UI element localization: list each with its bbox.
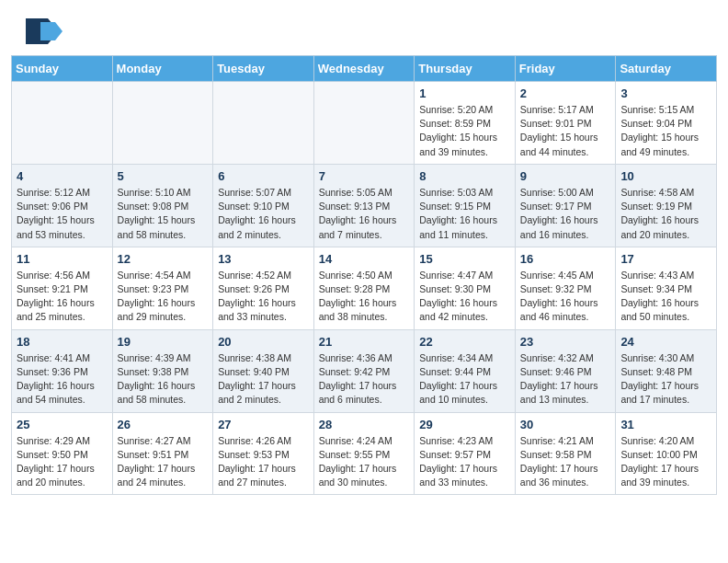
day-info: Sunrise: 4:34 AM Sunset: 9:44 PM Dayligh… [419, 351, 510, 408]
day-number: 13 [218, 252, 309, 266]
calendar-cell: 28Sunrise: 4:24 AM Sunset: 9:55 PM Dayli… [313, 412, 415, 495]
day-number: 14 [319, 252, 410, 266]
day-number: 20 [218, 335, 309, 349]
calendar-cell: 12Sunrise: 4:54 AM Sunset: 9:23 PM Dayli… [112, 247, 213, 329]
calendar-cell [12, 82, 113, 165]
calendar-week-4: 18Sunrise: 4:41 AM Sunset: 9:36 PM Dayli… [12, 329, 717, 412]
logo [22, 15, 68, 48]
calendar-week-3: 11Sunrise: 4:56 AM Sunset: 9:21 PM Dayli… [12, 247, 717, 329]
day-number: 4 [17, 169, 108, 183]
day-info: Sunrise: 4:43 AM Sunset: 9:34 PM Dayligh… [620, 269, 711, 325]
day-info: Sunrise: 4:54 AM Sunset: 9:23 PM Dayligh… [118, 269, 209, 325]
svg-marker-1 [40, 22, 63, 40]
day-info: Sunrise: 4:47 AM Sunset: 9:30 PM Dayligh… [419, 269, 510, 325]
day-info: Sunrise: 4:56 AM Sunset: 9:21 PM Dayligh… [17, 269, 108, 325]
calendar-cell: 21Sunrise: 4:36 AM Sunset: 9:42 PM Dayli… [313, 329, 415, 412]
calendar-cell [313, 82, 415, 165]
day-info: Sunrise: 4:24 AM Sunset: 9:55 PM Dayligh… [319, 434, 410, 490]
calendar-cell: 6Sunrise: 5:07 AM Sunset: 9:10 PM Daylig… [213, 164, 314, 247]
calendar-header-saturday: Saturday [616, 56, 717, 82]
calendar-header-wednesday: Wednesday [313, 56, 415, 82]
day-number: 6 [218, 169, 309, 183]
calendar-cell: 20Sunrise: 4:38 AM Sunset: 9:40 PM Dayli… [213, 329, 314, 412]
calendar-cell: 5Sunrise: 5:10 AM Sunset: 9:08 PM Daylig… [112, 164, 213, 247]
calendar-cell: 15Sunrise: 4:47 AM Sunset: 9:30 PM Dayli… [415, 247, 516, 329]
page-header [0, 0, 728, 55]
day-number: 16 [520, 252, 611, 266]
day-info: Sunrise: 4:41 AM Sunset: 9:36 PM Dayligh… [17, 351, 108, 408]
day-number: 28 [319, 418, 410, 431]
calendar-cell: 19Sunrise: 4:39 AM Sunset: 9:38 PM Dayli… [112, 329, 213, 412]
day-number: 10 [620, 169, 711, 183]
day-number: 3 [620, 86, 711, 100]
day-info: Sunrise: 4:52 AM Sunset: 9:26 PM Dayligh… [218, 269, 309, 325]
day-number: 2 [520, 86, 611, 100]
calendar-header-monday: Monday [112, 56, 213, 82]
calendar-cell: 22Sunrise: 4:34 AM Sunset: 9:44 PM Dayli… [415, 329, 516, 412]
day-info: Sunrise: 5:05 AM Sunset: 9:13 PM Dayligh… [319, 186, 410, 242]
day-number: 29 [419, 418, 510, 431]
day-number: 31 [620, 418, 711, 431]
calendar-cell: 14Sunrise: 4:50 AM Sunset: 9:28 PM Dayli… [313, 247, 415, 329]
day-number: 24 [620, 335, 711, 349]
calendar-header-row: SundayMondayTuesdayWednesdayThursdayFrid… [12, 56, 717, 82]
day-number: 1 [419, 86, 510, 100]
logo-icon [22, 15, 63, 48]
calendar-table: SundayMondayTuesdayWednesdayThursdayFrid… [11, 55, 717, 495]
day-info: Sunrise: 5:12 AM Sunset: 9:06 PM Dayligh… [17, 186, 108, 242]
day-info: Sunrise: 5:00 AM Sunset: 9:17 PM Dayligh… [520, 186, 611, 242]
day-number: 30 [520, 418, 611, 431]
calendar-cell: 8Sunrise: 5:03 AM Sunset: 9:15 PM Daylig… [415, 164, 516, 247]
calendar-cell: 13Sunrise: 4:52 AM Sunset: 9:26 PM Dayli… [213, 247, 314, 329]
day-number: 22 [419, 335, 510, 349]
day-info: Sunrise: 4:36 AM Sunset: 9:42 PM Dayligh… [319, 351, 410, 408]
day-info: Sunrise: 5:17 AM Sunset: 9:01 PM Dayligh… [520, 103, 611, 159]
day-info: Sunrise: 4:27 AM Sunset: 9:51 PM Dayligh… [118, 434, 209, 490]
day-number: 15 [419, 252, 510, 266]
day-info: Sunrise: 4:38 AM Sunset: 9:40 PM Dayligh… [218, 351, 309, 408]
calendar-cell: 17Sunrise: 4:43 AM Sunset: 9:34 PM Dayli… [616, 247, 717, 329]
calendar-cell: 2Sunrise: 5:17 AM Sunset: 9:01 PM Daylig… [515, 82, 616, 165]
calendar-cell: 3Sunrise: 5:15 AM Sunset: 9:04 PM Daylig… [616, 82, 717, 165]
day-info: Sunrise: 5:07 AM Sunset: 9:10 PM Dayligh… [218, 186, 309, 242]
calendar-header-thursday: Thursday [415, 56, 516, 82]
day-info: Sunrise: 5:10 AM Sunset: 9:08 PM Dayligh… [118, 186, 209, 242]
calendar-cell: 29Sunrise: 4:23 AM Sunset: 9:57 PM Dayli… [415, 412, 516, 495]
day-number: 5 [118, 169, 209, 183]
calendar-cell: 31Sunrise: 4:20 AM Sunset: 10:00 PM Dayl… [616, 412, 717, 495]
day-info: Sunrise: 4:21 AM Sunset: 9:58 PM Dayligh… [520, 434, 611, 490]
day-info: Sunrise: 4:45 AM Sunset: 9:32 PM Dayligh… [520, 269, 611, 325]
calendar-cell: 1Sunrise: 5:20 AM Sunset: 8:59 PM Daylig… [415, 82, 516, 165]
day-info: Sunrise: 4:23 AM Sunset: 9:57 PM Dayligh… [419, 434, 510, 490]
day-number: 25 [17, 418, 108, 431]
calendar-week-5: 25Sunrise: 4:29 AM Sunset: 9:50 PM Dayli… [12, 412, 717, 495]
calendar-cell: 10Sunrise: 4:58 AM Sunset: 9:19 PM Dayli… [616, 164, 717, 247]
day-info: Sunrise: 5:20 AM Sunset: 8:59 PM Dayligh… [419, 103, 510, 159]
day-info: Sunrise: 4:39 AM Sunset: 9:38 PM Dayligh… [118, 351, 209, 408]
calendar-cell: 30Sunrise: 4:21 AM Sunset: 9:58 PM Dayli… [515, 412, 616, 495]
day-number: 8 [419, 169, 510, 183]
day-number: 18 [17, 335, 108, 349]
day-info: Sunrise: 4:29 AM Sunset: 9:50 PM Dayligh… [17, 434, 108, 490]
day-number: 21 [319, 335, 410, 349]
calendar-header-sunday: Sunday [12, 56, 113, 82]
calendar-header-tuesday: Tuesday [213, 56, 314, 82]
calendar-header-friday: Friday [515, 56, 616, 82]
day-number: 9 [520, 169, 611, 183]
day-info: Sunrise: 4:26 AM Sunset: 9:53 PM Dayligh… [218, 434, 309, 490]
calendar-week-2: 4Sunrise: 5:12 AM Sunset: 9:06 PM Daylig… [12, 164, 717, 247]
calendar-cell: 26Sunrise: 4:27 AM Sunset: 9:51 PM Dayli… [112, 412, 213, 495]
calendar-cell: 23Sunrise: 4:32 AM Sunset: 9:46 PM Dayli… [515, 329, 616, 412]
day-info: Sunrise: 4:50 AM Sunset: 9:28 PM Dayligh… [319, 269, 410, 325]
day-number: 12 [118, 252, 209, 266]
calendar-cell: 24Sunrise: 4:30 AM Sunset: 9:48 PM Dayli… [616, 329, 717, 412]
day-info: Sunrise: 4:20 AM Sunset: 10:00 PM Daylig… [620, 434, 711, 490]
calendar-cell: 4Sunrise: 5:12 AM Sunset: 9:06 PM Daylig… [12, 164, 113, 247]
day-number: 7 [319, 169, 410, 183]
calendar-cell [213, 82, 314, 165]
day-number: 23 [520, 335, 611, 349]
calendar-cell [112, 82, 213, 165]
calendar-cell: 11Sunrise: 4:56 AM Sunset: 9:21 PM Dayli… [12, 247, 113, 329]
day-number: 26 [118, 418, 209, 431]
day-info: Sunrise: 4:58 AM Sunset: 9:19 PM Dayligh… [620, 186, 711, 242]
